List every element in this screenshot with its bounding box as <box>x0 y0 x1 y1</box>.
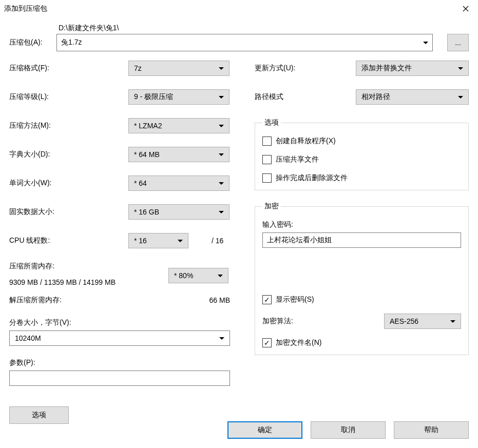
solid-label: 固实数据大小: <box>9 207 128 217</box>
update-label: 更新方式(U): <box>255 64 295 73</box>
threads-label: CPU 线程数: <box>9 236 128 245</box>
options-button[interactable]: 选项 <box>9 406 69 424</box>
chevron-down-icon <box>219 182 224 185</box>
word-select[interactable]: * 64 <box>128 176 230 191</box>
mem-pct-value: * 80% <box>174 271 193 280</box>
mem-comp-value: 9309 MB / 11359 MB / 14199 MB <box>9 278 168 286</box>
archive-label: 压缩包(A): <box>9 38 51 51</box>
pathmode-select[interactable]: 相对路径 <box>356 89 469 105</box>
chevron-down-icon <box>218 275 223 277</box>
chevron-down-icon <box>219 96 224 99</box>
close-icon <box>463 6 469 12</box>
threads-total: / 16 <box>212 237 223 245</box>
delete-label: 操作完成后删除源文件 <box>276 173 348 183</box>
mem-decomp-label: 解压缩所需内存: <box>9 296 62 305</box>
chevron-down-icon <box>458 96 463 99</box>
password-label: 输入密码: <box>262 220 461 229</box>
dict-label: 字典大小(D): <box>9 150 128 159</box>
chevron-down-icon <box>219 211 224 213</box>
chevron-down-icon <box>219 153 224 156</box>
password-input[interactable] <box>262 232 461 248</box>
enc-alg-label: 加密算法: <box>262 317 293 326</box>
pathmode-label: 路径模式 <box>255 92 283 102</box>
format-value: 7z <box>134 64 142 72</box>
method-label: 压缩方法(M): <box>9 121 128 130</box>
cancel-label: 取消 <box>341 425 355 435</box>
shared-label: 压缩共享文件 <box>276 155 319 164</box>
options-legend: 选项 <box>262 118 281 127</box>
options-fieldset: 选项 创建自释放程序(X) 压缩共享文件 操作完成后删除源文件 <box>255 118 469 190</box>
archive-path: D:\新建文件夹\兔1\ <box>56 24 433 33</box>
mem-decomp-value: 66 MB <box>209 296 230 304</box>
chevron-down-icon <box>423 42 428 44</box>
delete-checkbox[interactable] <box>262 173 272 183</box>
window-title: 添加到压缩包 <box>4 4 47 13</box>
method-value: * LZMA2 <box>134 122 162 130</box>
chevron-down-icon <box>450 320 455 323</box>
volume-value: 10240M <box>15 334 41 342</box>
dict-select[interactable]: * 64 MB <box>128 147 230 162</box>
dict-value: * 64 MB <box>134 150 160 159</box>
close-button[interactable] <box>460 3 472 15</box>
threads-select[interactable]: * 16 <box>128 233 188 248</box>
method-select[interactable]: * LZMA2 <box>128 118 230 133</box>
chevron-down-icon <box>219 337 224 340</box>
show-password-checkbox[interactable] <box>262 295 272 304</box>
word-label: 单词大小(W): <box>9 179 128 188</box>
titlebar: 添加到压缩包 <box>0 0 478 17</box>
format-select[interactable]: 7z <box>128 61 230 76</box>
update-select[interactable]: 添加并替换文件 <box>356 61 469 76</box>
sfx-label: 创建自释放程序(X) <box>276 137 336 146</box>
level-value: 9 - 极限压缩 <box>134 92 173 102</box>
encryption-fieldset: 加密 输入密码: 显示密码(S) 加密算法: AES-256 <box>255 202 469 355</box>
update-value: 添加并替换文件 <box>361 64 412 73</box>
enc-alg-value: AES-256 <box>390 317 418 325</box>
show-password-label: 显示密码(S) <box>276 295 314 304</box>
archive-name-combo[interactable] <box>56 34 433 51</box>
archive-name-input[interactable] <box>61 38 423 47</box>
shared-checkbox[interactable] <box>262 155 272 164</box>
encrypt-names-label: 加密文件名(N) <box>276 338 321 347</box>
chevron-down-icon <box>219 125 224 127</box>
params-input[interactable] <box>9 371 230 386</box>
ok-button[interactable]: 确定 <box>227 421 302 439</box>
volume-combo[interactable]: 10240M <box>9 330 230 346</box>
mem-pct-select[interactable]: * 80% <box>168 268 228 283</box>
help-label: 帮助 <box>424 425 438 435</box>
level-label: 压缩等级(L): <box>9 92 128 102</box>
level-select[interactable]: 9 - 极限压缩 <box>128 89 230 105</box>
chevron-down-icon <box>219 67 224 70</box>
threads-value: * 16 <box>134 237 147 245</box>
browse-label: ... <box>455 38 461 47</box>
help-button[interactable]: 帮助 <box>394 421 469 439</box>
options-button-label: 选项 <box>32 411 46 420</box>
mem-comp-label: 压缩所需内存: <box>9 262 168 271</box>
sfx-checkbox[interactable] <box>262 137 272 146</box>
enc-alg-select[interactable]: AES-256 <box>384 314 461 329</box>
encrypt-names-checkbox[interactable] <box>262 338 272 347</box>
format-label: 压缩格式(F): <box>9 64 128 73</box>
solid-select[interactable]: * 16 GB <box>128 204 230 220</box>
ok-label: 确定 <box>258 425 272 435</box>
solid-value: * 16 GB <box>134 208 159 216</box>
browse-button[interactable]: ... <box>447 34 469 51</box>
pathmode-value: 相对路径 <box>361 92 390 102</box>
chevron-down-icon <box>178 240 183 242</box>
encryption-legend: 加密 <box>262 202 281 211</box>
word-value: * 64 <box>134 179 147 187</box>
volume-label: 分卷大小，字节(V): <box>9 318 230 327</box>
params-label: 参数(P): <box>9 358 230 367</box>
cancel-button[interactable]: 取消 <box>311 421 386 439</box>
chevron-down-icon <box>458 67 463 70</box>
